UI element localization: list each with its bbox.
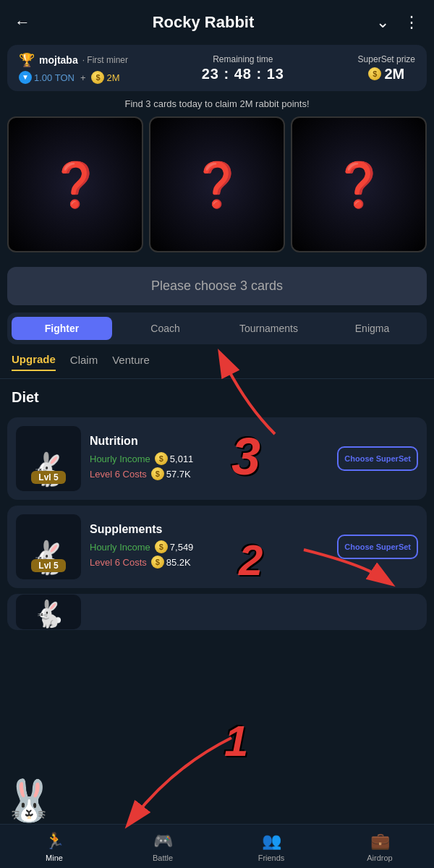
user-tag: · First miner bbox=[82, 55, 128, 65]
cards-hint: Find 3 cards today to claim 2M rabbit po… bbox=[7, 98, 427, 109]
nav-airdrop[interactable]: 💼 Airdrop bbox=[326, 825, 434, 868]
supplements-income-label: Hourly Income bbox=[90, 542, 150, 553]
red-number-1: 1 bbox=[224, 716, 248, 766]
nav-airdrop-label: Airdrop bbox=[367, 854, 392, 862]
nav-battle[interactable]: 🎮 Battle bbox=[109, 825, 217, 868]
choose-cards-button[interactable]: Please choose 3 cards bbox=[7, 267, 427, 305]
card-mystery-icon-1: ❓ bbox=[48, 159, 103, 210]
card-slot-3[interactable]: ❓ bbox=[291, 116, 427, 252]
nutrition-income-value: $ 5,011 bbox=[155, 452, 194, 465]
supplements-cost-coin: $ bbox=[151, 556, 164, 569]
friends-icon: 👥 bbox=[262, 832, 281, 851]
bottom-nav: 🏃 Mine 🎮 Battle 👥 Friends 💼 Airdrop bbox=[0, 824, 434, 868]
nutrition-cost-label: Level 6 Costs bbox=[90, 469, 147, 480]
prize-label: SuperSet prize bbox=[358, 54, 415, 64]
card-slot-1[interactable]: ❓ bbox=[7, 116, 143, 252]
page-title: Rocky Rabbit bbox=[153, 13, 255, 32]
tab-enigma[interactable]: Enigma bbox=[322, 317, 422, 340]
battle-icon: 🎮 bbox=[153, 832, 173, 851]
nutrition-income-coin: $ bbox=[155, 452, 168, 465]
trophy-icon: 🏆 bbox=[19, 52, 35, 68]
nutrition-info: Nutrition Hourly Income $ 5,011 Level 6 … bbox=[90, 435, 328, 482]
cards-section: Find 3 cards today to claim 2M rabbit po… bbox=[0, 98, 434, 260]
card-slot-2[interactable]: ❓ bbox=[149, 116, 285, 252]
prize-section: SuperSet prize $ 2M bbox=[358, 54, 415, 82]
dropdown-button[interactable]: ⌄ bbox=[373, 10, 392, 35]
subtab-upgrade[interactable]: Upgrade bbox=[12, 353, 56, 371]
partial-card: 🐇 bbox=[7, 594, 427, 630]
nav-battle-label: Battle bbox=[153, 854, 173, 862]
subtab-claim[interactable]: Claim bbox=[70, 353, 98, 371]
gold-balance: $ 2M bbox=[91, 71, 119, 84]
supplements-name: Supplements bbox=[90, 523, 328, 536]
section-diet-title: Diet bbox=[0, 379, 434, 412]
supplements-cost-label: Level 6 Costs bbox=[90, 557, 147, 568]
nutrition-income: Hourly Income $ 5,011 bbox=[90, 452, 328, 465]
nutrition-level: Lvl 5 bbox=[31, 471, 65, 484]
subtab-venture[interactable]: Venture bbox=[112, 353, 150, 371]
timer-value: 23 : 48 : 13 bbox=[202, 66, 284, 82]
nutrition-card-image: 🐇 Lvl 5 bbox=[16, 426, 81, 491]
supplements-card: 🐇 Lvl 5 Supplements Hourly Income $ 7,54… bbox=[7, 506, 427, 588]
user-info: 🏆 mojtaba · First miner ▼ 1.00 TON + $ 2… bbox=[19, 52, 128, 84]
mine-icon: 🏃 bbox=[45, 832, 64, 851]
category-tabs: Fighter Coach Tournaments Enigma bbox=[7, 312, 427, 344]
supplements-income-value: $ 7,549 bbox=[155, 540, 194, 553]
prize-coin-icon: $ bbox=[368, 67, 381, 80]
ton-coin-icon: ▼ bbox=[19, 71, 32, 84]
header: ← Rocky Rabbit ⌄ ⋮ bbox=[0, 0, 434, 45]
supplements-income: Hourly Income $ 7,549 bbox=[90, 540, 328, 553]
nav-mine[interactable]: 🏃 Mine bbox=[0, 825, 109, 868]
rabbit-decoration: 🐰 bbox=[0, 777, 58, 825]
menu-button[interactable]: ⋮ bbox=[401, 10, 422, 35]
supplements-info: Supplements Hourly Income $ 7,549 Level … bbox=[90, 523, 328, 571]
nutrition-cost-value: $ 57.7K bbox=[151, 467, 191, 480]
tab-coach[interactable]: Coach bbox=[115, 317, 216, 340]
supplements-choose-superset[interactable]: Choose SuperSet bbox=[337, 535, 418, 559]
nutrition-card: 🐇 Lvl 5 Nutrition Hourly Income $ 5,011 … bbox=[7, 417, 427, 500]
nutrition-cost-coin: $ bbox=[151, 467, 164, 480]
sub-tabs: Upgrade Claim Venture bbox=[0, 353, 434, 379]
card-mystery-icon-3: ❓ bbox=[332, 159, 386, 210]
supplements-income-coin: $ bbox=[155, 540, 168, 553]
nutrition-cost: Level 6 Costs $ 57.7K bbox=[90, 467, 328, 480]
prize-value: $ 2M bbox=[358, 66, 415, 82]
nav-friends-label: Friends bbox=[258, 854, 285, 862]
info-bar: 🏆 mojtaba · First miner ▼ 1.00 TON + $ 2… bbox=[7, 45, 427, 91]
supplements-level: Lvl 5 bbox=[31, 559, 65, 572]
cards-grid: ❓ ❓ ❓ bbox=[7, 116, 427, 252]
nutrition-choose-superset[interactable]: Choose SuperSet bbox=[337, 446, 418, 471]
back-button[interactable]: ← bbox=[12, 10, 33, 35]
gold-coin-icon: $ bbox=[91, 71, 104, 84]
airdrop-icon: 💼 bbox=[370, 832, 390, 851]
supplements-cost-value: $ 85.2K bbox=[151, 556, 191, 569]
supplements-cost: Level 6 Costs $ 85.2K bbox=[90, 556, 328, 569]
nav-friends[interactable]: 👥 Friends bbox=[217, 825, 326, 868]
ton-balance: ▼ 1.00 TON bbox=[19, 71, 75, 84]
username: mojtaba bbox=[39, 54, 78, 66]
tab-fighter[interactable]: Fighter bbox=[12, 317, 112, 340]
nav-mine-label: Mine bbox=[46, 854, 63, 862]
partial-card-image: 🐇 bbox=[16, 595, 81, 629]
remaining-label: Remaining time bbox=[202, 54, 284, 64]
timer-section: Remaining time 23 : 48 : 13 bbox=[202, 54, 284, 82]
nutrition-income-label: Hourly Income bbox=[90, 454, 150, 464]
tab-tournaments[interactable]: Tournaments bbox=[218, 317, 319, 340]
card-mystery-icon-2: ❓ bbox=[190, 159, 244, 210]
supplements-card-image: 🐇 Lvl 5 bbox=[16, 514, 81, 579]
header-icons: ⌄ ⋮ bbox=[373, 10, 422, 35]
nutrition-name: Nutrition bbox=[90, 435, 328, 448]
